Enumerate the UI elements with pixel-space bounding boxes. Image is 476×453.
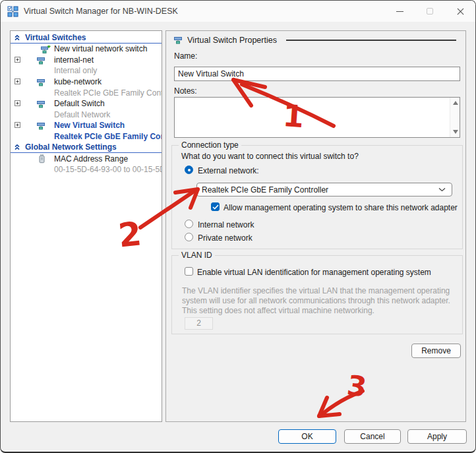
notes-label: Notes: bbox=[174, 86, 197, 96]
scroll-up-icon[interactable] bbox=[453, 101, 458, 105]
maximize-icon bbox=[427, 8, 433, 15]
vlan-id-field: 2 bbox=[185, 317, 213, 330]
tree-item-label: internal-net bbox=[54, 55, 94, 65]
switch-tree-sidebar: Virtual Switches New virtual network swi… bbox=[10, 30, 162, 422]
virtual-switch-icon bbox=[37, 57, 45, 65]
private-network-radio[interactable] bbox=[185, 233, 193, 241]
tree-item-sub: Internal only bbox=[11, 65, 162, 76]
vlan-id-legend: VLAN ID bbox=[179, 251, 215, 260]
virtual-switch-icon bbox=[37, 122, 45, 130]
adapter-dropdown[interactable]: Realtek PCIe GbE Family Controller bbox=[196, 183, 452, 196]
expand-plus-icon[interactable] bbox=[15, 78, 20, 84]
notes-textarea[interactable] bbox=[174, 97, 460, 138]
tree-item-label: kube-network bbox=[54, 77, 102, 86]
virtual-switch-icon bbox=[37, 100, 45, 108]
tree-item-label: New Virtual Switch bbox=[54, 121, 125, 130]
properties-header-title: Virtual Switch Properties bbox=[187, 36, 277, 45]
tree-item-sublabel: Realtek PCIe GbE Family Cont... bbox=[54, 132, 162, 141]
external-network-radio[interactable] bbox=[185, 166, 193, 174]
minimize-icon bbox=[396, 11, 403, 12]
close-icon bbox=[457, 8, 464, 15]
expand-plus-icon[interactable] bbox=[15, 100, 20, 106]
tree-item-sub: Realtek PCIe GbE Family Controller bbox=[11, 87, 162, 98]
app-icon bbox=[7, 6, 18, 17]
properties-header: Virtual Switch Properties bbox=[174, 36, 458, 45]
connection-type-group: Connection type What do you want to conn… bbox=[171, 145, 463, 249]
tree-item-sublabel: Internal only bbox=[54, 66, 97, 75]
virtual-switch-icon bbox=[37, 78, 45, 86]
tree-item-kube-network[interactable]: kube-network bbox=[11, 76, 162, 88]
ok-button[interactable]: OK bbox=[278, 429, 336, 444]
name-label: Name: bbox=[174, 51, 197, 61]
vlan-id-group: VLAN ID Enable virtual LAN identificatio… bbox=[171, 255, 463, 334]
connection-question: What do you want to connect this virtual… bbox=[181, 152, 359, 161]
tree-item-sublabel: Realtek PCIe GbE Family Controller bbox=[54, 88, 162, 98]
window-title: Virtual Switch Manager for NB-WIN-DESK bbox=[24, 7, 178, 16]
enable-vlan-checkbox[interactable] bbox=[185, 267, 193, 276]
private-network-label: Private network bbox=[198, 233, 253, 243]
cancel-button[interactable]: Cancel bbox=[344, 429, 401, 444]
share-adapter-checkbox[interactable] bbox=[211, 202, 220, 211]
connection-type-legend: Connection type bbox=[179, 140, 241, 150]
titlebar: Virtual Switch Manager for NB-WIN-DESK bbox=[1, 1, 475, 22]
close-button[interactable] bbox=[445, 1, 475, 22]
scroll-down-icon[interactable] bbox=[453, 130, 458, 134]
tree-item-sub: Default Network bbox=[11, 109, 162, 121]
internal-network-label: Internal network bbox=[198, 220, 254, 229]
tree-item-sub: 00-15-5D-64-93-00 to 00-15-5D-6... bbox=[11, 164, 162, 175]
tree-item-internal-net[interactable]: internal-net bbox=[11, 55, 162, 66]
adapter-dropdown-value: Realtek PCIe GbE Family Controller bbox=[202, 185, 438, 195]
vlan-description: The VLAN identifier specifies the virtua… bbox=[182, 286, 460, 316]
remove-button[interactable]: Remove bbox=[411, 344, 461, 358]
expand-plus-icon[interactable] bbox=[15, 122, 20, 128]
tree-item-new-virtual-switch-selected[interactable]: New Virtual Switch bbox=[11, 120, 162, 131]
section-title: Virtual Switches bbox=[25, 33, 86, 42]
collapse-chevron-icon bbox=[14, 34, 20, 41]
properties-panel: Virtual Switch Properties Name: Notes: C… bbox=[165, 30, 466, 422]
name-input[interactable] bbox=[174, 67, 460, 81]
header-rule bbox=[286, 40, 456, 41]
notes-scrollbar[interactable] bbox=[450, 98, 460, 137]
tree-item-label: New virtual network switch bbox=[54, 44, 147, 53]
internal-network-radio[interactable] bbox=[185, 220, 193, 228]
chevron-down-icon bbox=[438, 187, 446, 192]
network-adapter-icon bbox=[38, 154, 45, 164]
tree-item-label: Default Switch bbox=[54, 99, 105, 108]
tree-item-label: MAC Address Range bbox=[54, 154, 128, 164]
window-controls bbox=[384, 1, 475, 22]
share-adapter-label: Allow management operating system to sha… bbox=[223, 203, 458, 212]
new-switch-icon bbox=[41, 45, 51, 53]
section-virtual-switches[interactable]: Virtual Switches bbox=[11, 32, 162, 44]
collapse-chevron-icon bbox=[14, 144, 20, 150]
enable-vlan-label: Enable virtual LAN identification for ma… bbox=[197, 268, 431, 277]
tree-item-sublabel: 00-15-5D-64-93-00 to 00-15-5D-6... bbox=[54, 165, 162, 174]
tree-item-sublabel: Default Network bbox=[54, 110, 110, 119]
maximize-button bbox=[415, 1, 445, 22]
tree-item-default-switch[interactable]: Default Switch bbox=[11, 98, 162, 109]
tree-item-mac-address-range[interactable]: MAC Address Range bbox=[11, 153, 162, 164]
apply-button[interactable]: Apply bbox=[407, 429, 467, 444]
virtual-switch-manager-window: Virtual Switch Manager for NB-WIN-DESK V… bbox=[0, 0, 476, 453]
external-network-label: External network: bbox=[198, 166, 259, 175]
virtual-switch-icon bbox=[174, 36, 183, 44]
section-global-network-settings[interactable]: Global Network Settings bbox=[11, 142, 162, 153]
check-icon bbox=[212, 204, 219, 210]
minimize-button[interactable] bbox=[384, 1, 415, 22]
tree-item-new-virtual-network-switch[interactable]: New virtual network switch bbox=[11, 44, 162, 55]
tree-item-sub: Realtek PCIe GbE Family Cont... bbox=[11, 131, 162, 142]
expand-plus-icon[interactable] bbox=[15, 57, 20, 63]
section-title: Global Network Settings bbox=[25, 142, 117, 152]
